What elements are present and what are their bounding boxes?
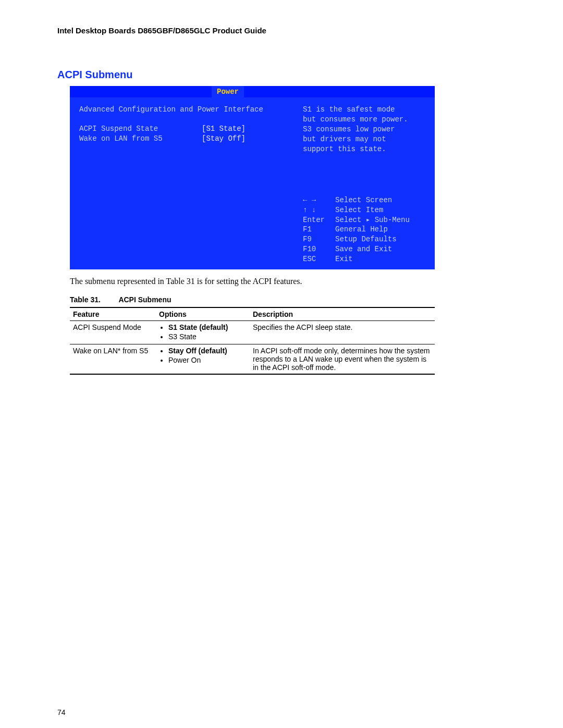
bios-tab-cap (417, 86, 435, 97)
bios-tab-spacer (70, 86, 212, 97)
bios-screenshot: Power Advanced Configuration and Power I… (70, 86, 435, 269)
bios-tab-power[interactable]: Power (212, 86, 244, 97)
bios-key-desc: General Help (335, 225, 388, 235)
bios-help-line: but drivers may not (303, 134, 429, 144)
bios-key: F9 (303, 235, 335, 244)
bios-help-line: S3 consumes low power (303, 125, 429, 134)
bios-row-key: Wake on LAN from S5 (79, 134, 202, 144)
bios-left-panel: Advanced Configuration and Power Interfa… (70, 97, 297, 269)
cell-description: Specifies the ACPI sleep state. (250, 321, 435, 344)
cell-options: S1 State (default) S3 State (156, 321, 250, 344)
bios-right-panel: S1 is the safest mode but consumes more … (297, 97, 435, 269)
cell-feature: Wake on LAN* from S5 (70, 344, 156, 375)
option-item: S3 State (168, 332, 247, 341)
bios-key-desc: Setup Defaults (335, 235, 397, 244)
bios-tab-tail (244, 86, 417, 97)
bios-help-line: S1 is the safest mode (303, 105, 429, 115)
doc-header: Intel Desktop Boards D865GBF/D865GLC Pro… (57, 26, 506, 35)
th-options: Options (156, 307, 250, 321)
bios-tabbar: Power (70, 86, 435, 97)
bios-key: F1 (303, 225, 335, 235)
option-item: Power On (168, 356, 247, 364)
bios-row-value[interactable]: [Stay Off] (202, 134, 246, 144)
bios-help-line: support this state. (303, 144, 429, 154)
bios-key: ← → (303, 195, 335, 205)
option-item: Stay Off (default) (168, 347, 247, 355)
bios-row[interactable]: ACPI Suspend State [S1 State] (79, 124, 290, 134)
table-title: ACPI Submenu (118, 295, 171, 304)
bios-key: ESC (303, 254, 335, 264)
cell-description: In ACPI soft-off mode only, determines h… (250, 344, 435, 375)
submenu-caption: The submenu represented in Table 31 is f… (70, 277, 506, 286)
bios-key-legend: ← →Select Screen ↑ ↓Select Item EnterSel… (303, 195, 429, 264)
section-title: ACPI Submenu (57, 69, 506, 81)
table-caption: Table 31. ACPI Submenu (70, 295, 506, 304)
bios-panel-title: Advanced Configuration and Power Interfa… (79, 105, 290, 115)
acpi-table: Feature Options Description ACPI Suspend… (70, 307, 435, 375)
option-item: S1 State (default) (168, 323, 247, 331)
th-description: Description (250, 307, 435, 321)
bios-key-desc: Select Screen (335, 195, 392, 205)
page-number: 74 (57, 708, 506, 717)
bios-row-value[interactable]: [S1 State] (202, 124, 246, 134)
bios-row[interactable]: Wake on LAN from S5 [Stay Off] (79, 134, 290, 144)
cell-options: Stay Off (default) Power On (156, 344, 250, 375)
table-number: Table 31. (70, 295, 117, 304)
bios-row-key: ACPI Suspend State (79, 124, 202, 134)
bios-key-desc: Save and Exit (335, 244, 392, 254)
cell-feature: ACPI Suspend Mode (70, 321, 156, 344)
bios-key-desc: Exit (335, 254, 353, 264)
bios-key: Enter (303, 215, 335, 225)
bios-key-desc: Select Item (335, 205, 383, 215)
bios-key: F10 (303, 244, 335, 254)
bios-help-text: S1 is the safest mode but consumes more … (303, 105, 429, 154)
bios-key-desc: Select ▸ Sub-Menu (335, 215, 410, 225)
bios-help-line: but consumes more power. (303, 115, 429, 125)
th-feature: Feature (70, 307, 156, 321)
table-row: ACPI Suspend Mode S1 State (default) S3 … (70, 321, 435, 344)
table-row: Wake on LAN* from S5 Stay Off (default) … (70, 344, 435, 375)
bios-key: ↑ ↓ (303, 205, 335, 215)
